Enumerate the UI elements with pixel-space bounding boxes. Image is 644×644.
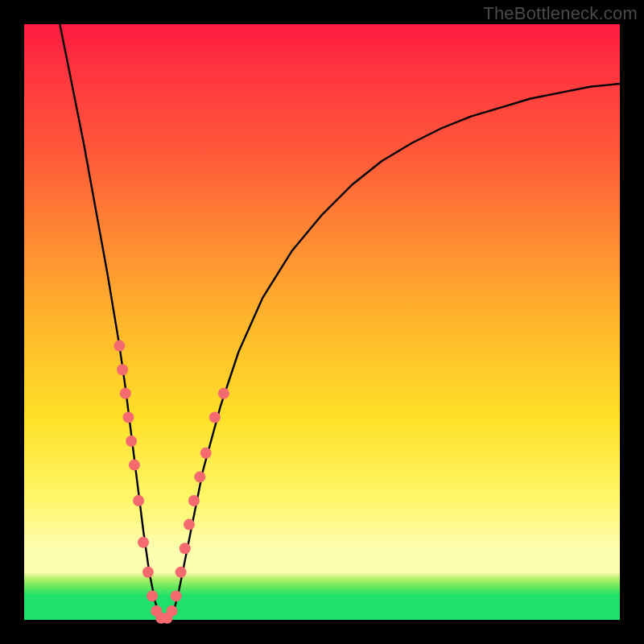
marker-dot bbox=[129, 460, 140, 471]
marker-dot bbox=[180, 543, 191, 554]
marker-dot bbox=[218, 388, 229, 399]
marker-dot bbox=[117, 364, 128, 375]
marker-dot bbox=[123, 411, 134, 423]
watermark-text: TheBottleneck.com bbox=[483, 3, 638, 24]
marker-layer bbox=[114, 341, 229, 624]
marker-dot bbox=[209, 411, 221, 423]
chart-frame: TheBottleneck.com bbox=[0, 0, 644, 644]
marker-dot bbox=[133, 495, 144, 506]
marker-dot bbox=[114, 341, 125, 352]
marker-dot bbox=[167, 605, 178, 617]
curve-layer bbox=[60, 24, 620, 620]
bottleneck-curve-path bbox=[60, 24, 620, 620]
marker-dot bbox=[142, 567, 154, 578]
marker-dot bbox=[200, 448, 212, 459]
marker-dot bbox=[184, 519, 195, 530]
marker-dot bbox=[171, 590, 182, 601]
marker-dot bbox=[175, 567, 187, 578]
marker-dot bbox=[126, 436, 137, 447]
marker-dot bbox=[120, 388, 131, 399]
marker-dot bbox=[147, 590, 158, 601]
marker-dot bbox=[138, 537, 149, 548]
chart-svg bbox=[24, 24, 620, 620]
marker-dot bbox=[194, 471, 205, 482]
marker-dot bbox=[188, 495, 200, 506]
chart-plot-area bbox=[24, 24, 620, 620]
